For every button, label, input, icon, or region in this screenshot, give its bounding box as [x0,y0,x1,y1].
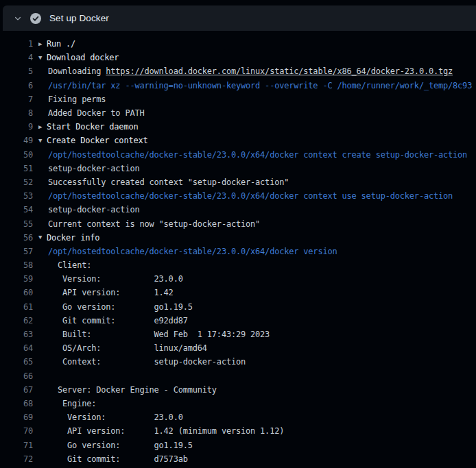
line-number[interactable]: 50 [0,150,33,160]
line-number[interactable]: 52 [0,177,33,187]
line-number[interactable]: 49 [0,136,33,145]
log-text: setup-docker-action [48,205,139,214]
group-title: Run ./ [47,39,75,49]
group-collapsed-icon[interactable]: ▶ [38,124,47,130]
command-text: /opt/hostedtoolcache/docker-stable/23.0.… [48,150,467,160]
log-group-row[interactable]: 4▼Download docker [0,51,476,64]
log-line: 55Current context is now "setup-docker-a… [0,217,476,230]
line-number[interactable]: 51 [0,164,33,173]
line-number[interactable]: 56 [0,233,33,243]
line-number[interactable]: 5 [0,66,33,76]
log-link[interactable]: https://download.docker.com/linux/static… [106,66,453,76]
line-number[interactable]: 53 [0,191,33,201]
log-line: 7Fixing perms [0,93,476,106]
log-line: 61 Go version: go1.19.5 [0,300,476,314]
log-text: Successfully created context "setup-dock… [48,177,289,187]
group-title: Docker info [47,233,99,243]
log-text: Version: 23.0.0 [48,412,183,422]
line-number[interactable]: 55 [0,219,33,229]
log-line: 60 API version: 1.42 [0,286,476,299]
log-line: 68 Engine: [0,397,476,410]
group-title: Download docker [47,53,119,62]
line-number[interactable]: 64 [0,343,33,353]
log-text: Go version: go1.19.5 [48,441,193,450]
line-number[interactable]: 67 [0,385,33,395]
log-group-row[interactable]: 1▶Run ./ [0,37,476,51]
log-text: Built: Wed Feb 1 17:43:29 2023 [48,330,270,339]
line-number[interactable]: 60 [0,288,33,297]
check-circle-icon [30,13,41,24]
log-text: Go version: go1.19.5 [48,302,193,312]
log-group-row[interactable]: 56▼Docker info [0,231,476,245]
log-text: OS/Arch: linux/amd64 [48,343,207,353]
log-line: 53/opt/hostedtoolcache/docker-stable/23.… [0,189,476,203]
log-group-row[interactable]: 49▼Create Docker context [0,134,476,147]
log-line: 71 Go version: go1.19.5 [0,438,476,452]
line-number[interactable]: 70 [0,426,33,436]
line-number[interactable]: 63 [0,330,33,339]
log-line: 66 [0,369,476,383]
group-expanded-icon[interactable]: ▼ [38,234,47,241]
log-line: 65 Context: setup-docker-action [0,355,476,369]
line-number[interactable]: 4 [0,53,33,62]
log-line: 54setup-docker-action [0,203,476,217]
step-header[interactable]: Set up Docker [3,5,476,31]
line-number[interactable]: 61 [0,302,33,312]
line-number[interactable]: 57 [0,247,33,256]
command-text: /opt/hostedtoolcache/docker-stable/23.0.… [48,191,453,201]
line-number[interactable]: 72 [0,454,33,464]
log-text: Version: 23.0.0 [48,274,183,284]
log-line: 67 Server: Docker Engine - Community [0,383,476,397]
line-number[interactable]: 1 [0,39,33,49]
log-line: 5Downloading https://download.docker.com… [0,64,476,78]
log-line: 58 Client: [0,258,476,272]
log-line: 69 Version: 23.0.0 [0,410,476,424]
log-line: 50/opt/hostedtoolcache/docker-stable/23.… [0,148,476,162]
line-number[interactable]: 8 [0,108,33,118]
line-number[interactable]: 54 [0,205,33,214]
log-line: 72 Git commit: d7573ab [0,452,476,466]
log-text: Client: [48,260,91,270]
log-text: Engine: [48,399,96,408]
log-line: 59 Version: 23.0.0 [0,272,476,286]
log-text: API version: 1.42 (minimum version 1.12) [48,426,284,436]
log-text: Git commit: d7573ab [48,454,188,464]
line-number[interactable]: 68 [0,399,33,408]
line-number[interactable]: 6 [0,81,33,90]
log-line: 52Successfully created context "setup-do… [0,175,476,189]
command-text: /usr/bin/tar xz --warning=no-unknown-key… [48,81,472,90]
log-line: 64 OS/Arch: linux/amd64 [0,341,476,355]
line-number[interactable]: 9 [0,122,33,132]
log-group-row[interactable]: 9▶Start Docker daemon [0,120,476,134]
group-collapsed-icon[interactable]: ▶ [38,41,47,47]
line-number[interactable]: 66 [0,371,33,381]
log-text: Downloading https://download.docker.com/… [48,66,453,76]
log-line: 6/usr/bin/tar xz --warning=no-unknown-ke… [0,79,476,93]
line-number[interactable]: 62 [0,316,33,325]
line-number[interactable]: 58 [0,260,33,270]
log-text: Context: setup-docker-action [48,357,246,367]
log-line: 51setup-docker-action [0,162,476,175]
log-text: API version: 1.42 [48,288,174,297]
line-number[interactable]: 69 [0,412,33,422]
log-line: 8Added Docker to PATH [0,106,476,120]
log-text: Added Docker to PATH [48,108,145,118]
group-expanded-icon[interactable]: ▼ [38,138,47,144]
log-line: 63 Built: Wed Feb 1 17:43:29 2023 [0,328,476,341]
step-title: Set up Docker [49,13,109,23]
group-title: Create Docker context [47,136,148,145]
log-text: Git commit: e92dd87 [48,316,188,325]
log-text: setup-docker-action [48,164,139,173]
line-number[interactable]: 65 [0,357,33,367]
line-number[interactable]: 7 [0,95,33,104]
log-text: Current context is now "setup-docker-act… [48,219,260,229]
group-expanded-icon[interactable]: ▼ [38,55,47,61]
line-number[interactable]: 59 [0,274,33,284]
log-line: 70 API version: 1.42 (minimum version 1.… [0,424,476,438]
line-number[interactable]: 71 [0,441,33,450]
chevron-down-icon[interactable] [13,14,23,23]
log-lines-container: 1▶Run ./4▼Download docker5Downloading ht… [0,31,476,466]
log-line: 62 Git commit: e92dd87 [0,314,476,328]
log-text: Server: Docker Engine - Community [48,385,217,395]
group-title: Start Docker daemon [47,122,138,132]
